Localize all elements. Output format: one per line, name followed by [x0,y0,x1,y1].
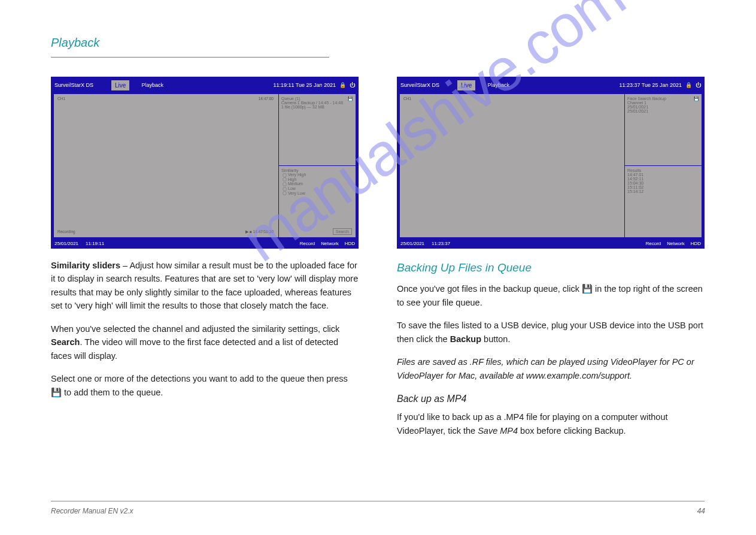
stop-icon[interactable]: ■ [250,229,252,234]
body-columns: Similarity sliders – Adjust how similar … [51,259,705,447]
screenshot-right-topbar: SurveilStarX DS Live Playback 11:23:37 T… [397,77,705,93]
tab-playback[interactable]: Playback [141,82,163,88]
paragraph-mp4: If you'd like to back up as a .MP4 file … [397,410,705,437]
r-p1-prefix: Once you've got files in the backup queu… [397,284,582,294]
status-network: Network [667,241,684,246]
app-title: SurveilStarX DS [400,82,439,88]
paragraph-queue-open: Once you've got files in the backup queu… [397,282,705,309]
similarity-header: Similarity [281,168,353,173]
app-title: SurveilStarX DS [54,82,93,88]
r-p3-suffix: box before clicking Backup. [518,426,626,436]
queue-panel: Queue (1) Camera 1 Backup / 14:45 - 14:4… [279,94,356,166]
paragraph-queue: Select one or more of the detections you… [51,372,359,399]
page-header: Playback [51,36,705,58]
status-hdd: HDD [345,241,355,246]
page-title: Playback [51,36,99,50]
p3-prefix: Select one or more of the detections you… [51,374,348,383]
video-main: CH1 [400,94,625,237]
playback-controls[interactable]: ▶ ■ 14:47/16:30 [245,229,274,235]
r-p2-suffix: button. [481,334,510,344]
footbar-time: 11:23:37 [432,241,450,246]
screenshot-left-footer: 25/01/2021 11:19:11 Record Network HDD [51,238,359,249]
screenshot-right: SurveilStarX DS Live Playback 11:23:37 T… [397,77,705,249]
result-row[interactable]: 14:47:01 [627,173,699,177]
similarity-panel: Similarity Very High High Medium Low Ver… [279,166,356,237]
backup-queue-icon[interactable]: 💾 [348,96,353,101]
backup-start: 25/01/2021 [627,105,699,109]
backup-panel: Face Search Backup Channel 1 25/01/2021 … [625,94,702,166]
channel-label: CH1 [57,96,65,102]
screenshot-row: SurveilStarX DS Live Playback 11:19:11 T… [51,77,705,249]
subheading-mp4: Back up as MP4 [397,392,705,407]
time-indicator: 14:47/16:30 [253,229,274,234]
results-panel: Results 14:47:01 14:52:11 15:04:30 15:11… [625,166,702,237]
screenshot-left-topbar: SurveilStarX DS Live Playback 11:19:11 T… [51,77,359,93]
lock-icon[interactable]: 🔒 [685,82,692,88]
note-rf: Files are saved as .RF files, which can … [397,355,705,382]
play-icon[interactable]: ▶ [245,229,248,234]
video-main: CH1 14:47:00 Recording ▶ ■ 14:47/16:30 [54,94,279,237]
side-column: Face Search Backup Channel 1 25/01/2021 … [625,94,702,237]
save-mp4-label: Save MP4 [478,426,518,436]
channel-label: CH1 [403,96,411,102]
footer-left: Recorder Manual EN v2.x [51,507,133,515]
queue-line-1: Camera 1 Backup / 14:45 - 14:48 [281,101,353,105]
column-right: Backing Up Files in Queue Once you've go… [397,259,705,447]
status-network: Network [321,241,338,246]
backup-end: 25/01/2021 [627,109,699,113]
result-row[interactable]: 14:52:11 [627,177,699,181]
screenshot-left: SurveilStarX DS Live Playback 11:19:11 T… [51,77,359,249]
backup-icon-inline: 💾 [582,284,593,294]
queue-line-2: 1 file (1080p) — 32 MB [281,105,353,109]
screenshot-right-footer: 25/01/2021 11:23:37 Record Network HDD [397,238,705,249]
sim-row-3[interactable]: Medium [281,182,353,186]
r-p2-prefix: To save the files listed to a USB device… [397,321,703,343]
status-overlay: Recording [57,229,75,235]
sim-row-4[interactable]: Low [281,186,353,191]
tab-live[interactable]: Live [111,80,129,90]
queue-header: Queue (1) [281,96,353,101]
side-column: Queue (1) Camera 1 Backup / 14:45 - 14:4… [279,94,356,237]
screenshot-left-body: CH1 14:47:00 Recording ▶ ■ 14:47/16:30 Q… [53,93,356,238]
p2-suffix: . The video will move to the first face … [51,337,338,360]
status-record: Record [300,241,315,246]
footer-page-number: 44 [697,507,705,515]
sim-row-5[interactable]: Very Low [281,191,353,196]
backup-button-label: Backup [450,334,481,344]
search-label: Search [51,337,80,347]
p3-suffix: to add them to the queue. [64,388,163,397]
status-hdd: HDD [691,241,701,246]
backup-icon-inline: 💾 [51,388,62,397]
tab-live[interactable]: Live [457,80,475,90]
column-left: Similarity sliders – Adjust how similar … [51,259,359,447]
tab-playback[interactable]: Playback [487,82,509,88]
power-icon[interactable]: ⏻ [350,82,355,88]
clock-overlay: 14:47:00 [259,96,274,102]
results-header: Results [627,168,699,173]
footer-rule [51,501,705,501]
power-icon[interactable]: ⏻ [696,82,701,88]
backup-header: Face Search Backup [627,96,699,101]
clock-text: 11:19:11 Tue 25 Jan 2021 [273,82,336,88]
search-button[interactable]: Search [333,228,352,235]
paragraph-search: When you've selected the channel and adj… [51,322,359,362]
backup-icon[interactable]: 💾 [694,96,699,101]
result-row[interactable]: 15:14:12 [627,189,699,194]
footbar-date: 25/01/2021 [54,241,78,246]
footbar-time: 11:19:11 [86,241,104,246]
sim-row-1[interactable]: Very High [281,173,353,177]
footbar-date: 25/01/2021 [400,241,424,246]
result-row[interactable]: 15:04:30 [627,181,699,185]
paragraph-backup-usb: To save the files listed to a USB device… [397,319,705,346]
result-row[interactable]: 15:11:02 [627,185,699,189]
section-title: Backing Up Files in Queue [397,259,705,276]
screenshot-right-body: CH1 Face Search Backup Channel 1 25/01/2… [399,93,702,238]
sim-row-2[interactable]: High [281,177,353,182]
p2-prefix: When you've selected the channel and adj… [51,324,339,334]
clock-text: 11:23:37 Tue 25 Jan 2021 [619,82,682,88]
backup-channel: Channel 1 [627,101,699,105]
status-record: Record [646,241,661,246]
lock-icon[interactable]: 🔒 [339,82,346,88]
header-rule [51,57,329,58]
similarity-label: Similarity sliders [51,261,120,270]
